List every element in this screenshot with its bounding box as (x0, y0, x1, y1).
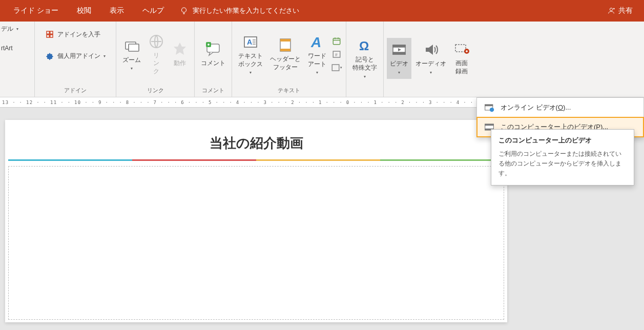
my-addins-button[interactable]: 個人用アドイン ▾ (41, 48, 110, 64)
textbox-label: テキスト ボックス (238, 52, 263, 68)
object-button[interactable]: ▾ (330, 61, 343, 74)
slide-number-button[interactable]: # (330, 48, 343, 60)
wordart-button[interactable]: A ワード アート ▾ (305, 32, 329, 77)
video-button[interactable]: ビデオ ▾ (387, 38, 411, 79)
text-small-stack: # ▾ (330, 35, 343, 74)
partial-item-1[interactable]: デル ▾ (0, 24, 19, 34)
title-bar: ライド ショー 校閲 表示 ヘルプ 実行したい作業を入力してください 共有 (0, 0, 644, 22)
header-footer-label: ヘッダーと フッター (270, 55, 301, 71)
group-label-addins: アドイン (64, 85, 87, 96)
chevron-down-icon: ▾ (398, 70, 400, 75)
chevron-down-icon: ▾ (250, 70, 252, 75)
tab-help[interactable]: ヘルプ (133, 1, 173, 20)
audio-button[interactable]: オーディオ ▾ (412, 38, 449, 79)
svg-rect-4 (47, 35, 49, 37)
action-label: 動作 (174, 59, 186, 68)
content-placeholder[interactable] (8, 166, 504, 320)
svg-point-29 (490, 108, 494, 112)
ribbon-group-links: ズーム ▾ リ ン ク 動作 リンク (116, 22, 195, 97)
svg-rect-7 (129, 44, 139, 51)
svg-point-1 (610, 8, 612, 11)
chevron-down-icon: ▾ (364, 74, 366, 79)
chevron-down-icon: ▾ (131, 66, 133, 71)
svg-rect-28 (485, 105, 493, 106)
link-icon (148, 33, 164, 50)
get-addins-button[interactable]: アドインを入手 (41, 27, 105, 42)
recording-icon (453, 41, 470, 57)
partial-label-1: デル (1, 25, 13, 33)
ribbon-tabs: ライド ショー 校閲 表示 ヘルプ 実行したい作業を入力してください (4, 1, 305, 20)
my-addins-label: 個人用アドイン (57, 52, 100, 60)
zoom-button[interactable]: ズーム ▾ (119, 34, 144, 75)
title-underline (8, 159, 504, 161)
addin-icon (45, 51, 54, 60)
audio-icon (423, 42, 439, 58)
date-icon (332, 36, 341, 46)
chevron-down-icon: ▾ (430, 70, 432, 75)
recording-label: 画面 録画 (455, 59, 468, 75)
screen-recording-button[interactable]: 画面 録画 (450, 38, 473, 79)
slide[interactable]: 当社の紹介動画 (5, 120, 507, 322)
link-button[interactable]: リ ン ク (145, 31, 168, 78)
lightbulb-icon (179, 6, 189, 15)
link-label: リ ン ク (153, 52, 159, 76)
partial-label-2: rtArt (1, 45, 13, 52)
tell-me-search[interactable]: 実行したい作業を入力してください (173, 6, 305, 15)
ribbon: デル ▾ rtArt アドインを入手 個人用アドイン ▾ アドイン (0, 22, 644, 97)
menu-label-online: オンライン ビデオ(O)... (501, 103, 571, 112)
svg-rect-14 (280, 39, 290, 42)
action-button[interactable]: 動作 (169, 34, 191, 75)
video-label: ビデオ (390, 60, 408, 68)
zoom-icon (123, 38, 140, 54)
svg-text:Ω: Ω (359, 39, 369, 53)
tell-me-label: 実行したい作業を入力してください (193, 6, 299, 15)
zoom-label: ズーム (122, 56, 141, 65)
symbol-button[interactable]: Ω 記号と 特殊文字 ▾ (349, 35, 380, 80)
person-share-icon (607, 7, 615, 15)
chevron-down-icon: ▾ (103, 54, 106, 58)
object-icon (331, 63, 340, 72)
svg-rect-24 (393, 52, 405, 54)
svg-rect-31 (485, 124, 494, 126)
tab-review[interactable]: 校閲 (68, 1, 100, 20)
group-label-links: リンク (147, 85, 164, 96)
comment-label: コメント (201, 59, 225, 68)
svg-rect-3 (50, 31, 53, 34)
partial-item-2[interactable]: rtArt (0, 44, 14, 53)
menu-item-online-video[interactable]: オンライン ビデオ(O)... (477, 98, 643, 117)
chevron-down-icon: ▾ (340, 66, 342, 70)
date-time-button[interactable] (330, 35, 343, 47)
svg-rect-23 (393, 45, 405, 47)
wordart-label: ワード アート (308, 52, 326, 68)
ribbon-group-comments: コメント コメント (195, 22, 232, 97)
group-label-text: テキスト (278, 85, 300, 96)
svg-rect-17 (333, 38, 340, 45)
comment-button[interactable]: コメント (198, 34, 228, 75)
svg-rect-25 (455, 45, 466, 52)
ribbon-group-addins: アドインを入手 個人用アドイン ▾ アドイン (35, 22, 116, 97)
ribbon-group-text: A テキスト ボックス ▾ ヘッダーと フッター A ワード アート ▾ (232, 22, 346, 97)
online-video-icon (484, 103, 494, 112)
symbol-label: 記号と 特殊文字 (352, 56, 377, 72)
tooltip-body: ご利用のコンピューターまたは接続されている他のコンピューターからビデオを挿入しま… (498, 149, 627, 179)
audio-label: オーディオ (416, 60, 446, 68)
share-button[interactable]: 共有 (600, 2, 640, 19)
share-label: 共有 (618, 6, 633, 15)
get-addins-label: アドインを入手 (57, 30, 100, 39)
video-icon (391, 42, 407, 58)
tab-view[interactable]: 表示 (100, 1, 133, 20)
store-icon (45, 30, 54, 39)
svg-text:A: A (310, 34, 321, 50)
slide-title[interactable]: 当社の紹介動画 (5, 120, 507, 152)
tab-slideshow[interactable]: ライド ショー (4, 1, 68, 20)
svg-text:A: A (247, 38, 252, 46)
textbox-icon: A (242, 34, 259, 50)
header-footer-button[interactable]: ヘッダーと フッター (267, 34, 304, 75)
tooltip: このコンピューター上のビデオ ご利用のコンピューターまたは接続されている他のコン… (491, 129, 634, 185)
comment-icon (205, 41, 221, 57)
group-label-comments: コメント (202, 85, 224, 96)
textbox-button[interactable]: A テキスト ボックス ▾ (235, 32, 266, 77)
svg-rect-2 (47, 31, 49, 34)
svg-rect-20 (332, 65, 339, 71)
svg-text:#: # (335, 53, 338, 57)
